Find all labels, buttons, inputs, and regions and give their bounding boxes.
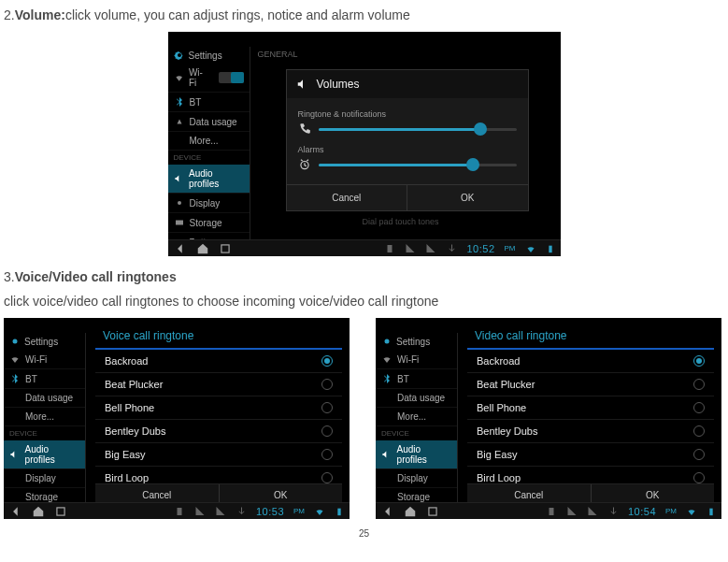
sidebar-item-data[interactable]: Data usage <box>168 112 250 132</box>
home-icon[interactable] <box>196 242 209 255</box>
svg-point-11 <box>13 339 18 344</box>
recent-icon[interactable] <box>219 242 232 255</box>
wifi-status-icon <box>314 506 325 517</box>
instruction-ringtones-desc: click voice/video call ringtones to choo… <box>4 294 724 309</box>
sidebar-item-audio[interactable]: Audio profiles <box>4 440 85 469</box>
back-icon[interactable] <box>381 505 394 518</box>
back-icon[interactable] <box>9 505 22 518</box>
audio-icon <box>174 173 185 184</box>
sidebar-item-bt[interactable]: BT <box>168 93 250 112</box>
video-ringtone-list[interactable]: Backroad Beat Plucker Bell Phone Bentley… <box>467 350 714 485</box>
clock-ampm: PM <box>665 507 677 515</box>
ringtone-item[interactable]: Big Easy <box>467 443 714 467</box>
radio-icon[interactable] <box>321 355 333 367</box>
ringtone-item[interactable]: Big Easy <box>95 443 342 467</box>
back-icon[interactable] <box>174 242 187 255</box>
clock-ampm: PM <box>505 244 516 252</box>
alarms-label: Alarms <box>298 145 517 154</box>
radio-icon[interactable] <box>693 472 705 483</box>
page-number: 25 <box>4 528 724 539</box>
sim-icon <box>546 506 557 517</box>
volumes-dialog: Volumes Ringtone & notifications Alarms <box>286 69 529 211</box>
sidebar-item-display[interactable]: Display <box>376 469 457 488</box>
volumes-cancel-button[interactable]: Cancel <box>287 185 407 210</box>
volumes-body: Ringtone & notifications Alarms <box>287 98 528 184</box>
sidebar-item-wifi[interactable]: Wi-Fi <box>168 64 250 93</box>
radio-icon[interactable] <box>693 402 705 413</box>
wifi-switch[interactable] <box>219 72 244 83</box>
ringtone-item[interactable]: Bird Loop <box>467 467 714 485</box>
sidebar-item-bt[interactable]: BT <box>4 369 85 389</box>
nav-bar: 10:53 PM <box>4 502 350 519</box>
volumes-dialog-title: Volumes <box>287 70 528 98</box>
sidebar-item-more[interactable]: More... <box>168 132 250 151</box>
sidebar-item-wifi[interactable]: Wi-Fi <box>376 350 457 369</box>
recent-icon[interactable] <box>426 505 439 518</box>
radio-icon[interactable] <box>321 472 333 483</box>
download-icon <box>236 506 247 517</box>
radio-icon[interactable] <box>693 449 705 460</box>
radio-icon[interactable] <box>693 379 705 390</box>
screenshot-voice-ringtone: Settings Wi-Fi BT Data usage More... DEV… <box>4 318 350 519</box>
ringtone-slider[interactable] <box>319 128 517 131</box>
wifi-status-icon <box>686 506 697 517</box>
video-ringtone-header: Video call ringtone <box>467 324 714 350</box>
svg-rect-10 <box>549 245 551 252</box>
sidebar-item-data[interactable]: Data usage <box>376 389 457 408</box>
ringtone-item[interactable]: Beat Plucker <box>95 373 342 396</box>
general-label: GENERAL <box>250 47 561 62</box>
radio-icon[interactable] <box>321 402 333 413</box>
item-number-2: 2. <box>4 7 15 22</box>
radio-icon[interactable] <box>693 425 705 437</box>
ringtone-screens: Settings Wi-Fi BT Data usage More... DEV… <box>4 318 724 519</box>
radio-icon[interactable] <box>693 355 705 367</box>
sidebar-item-audio[interactable]: Audio profiles <box>376 440 457 469</box>
svg-rect-1 <box>176 221 183 225</box>
settings-sidebar: Settings Wi-Fi BT Data usage More... DEV… <box>4 333 86 502</box>
ringtone-item[interactable]: Backroad <box>467 350 714 373</box>
display-label: Display <box>190 198 221 209</box>
clock: 10:54 <box>628 506 656 517</box>
home-icon[interactable] <box>404 505 417 518</box>
radio-icon[interactable] <box>321 449 333 460</box>
battery-status-icon <box>546 243 555 254</box>
volumes-ok-button[interactable]: OK <box>407 185 528 210</box>
sidebar-item-more[interactable]: More... <box>4 408 85 426</box>
wifi-icon <box>9 353 21 365</box>
ringtone-item[interactable]: Bentley Dubs <box>467 420 714 443</box>
sidebar-item-wifi[interactable]: Wi-Fi <box>4 350 85 369</box>
settings-sidebar: Settings Wi-Fi BT Data usage More... DEV… <box>168 47 250 239</box>
wifi-label: Wi-Fi <box>189 67 209 88</box>
sidebar-item-display[interactable]: Display <box>168 194 250 213</box>
sidebar-item-bt[interactable]: BT <box>376 369 457 389</box>
ringtone-item[interactable]: Backroad <box>95 350 342 373</box>
sim-icon <box>174 506 185 517</box>
sidebar-item-more[interactable]: More... <box>376 408 457 426</box>
voice-ringtone-list[interactable]: Backroad Beat Plucker Bell Phone Bentley… <box>95 350 342 485</box>
radio-icon[interactable] <box>321 379 333 390</box>
ringtone-item[interactable]: Bentley Dubs <box>95 420 342 443</box>
item-desc-2: click volume, you can adjust rings, noti… <box>65 7 410 22</box>
ringtone-item[interactable]: Bell Phone <box>467 396 714 420</box>
clock: 10:53 <box>256 506 284 517</box>
screenshot-video-ringtone: Settings Wi-Fi BT Data usage More... DEV… <box>376 318 721 519</box>
sidebar-item-audio[interactable]: Audio profiles <box>168 165 250 194</box>
svg-rect-12 <box>57 507 64 514</box>
recent-icon[interactable] <box>54 505 67 518</box>
wifi-status-icon <box>525 243 536 254</box>
audio-icon <box>9 449 21 460</box>
screenshot-volumes: Settings Wi-Fi BT Data usage More... DEV… <box>168 32 561 256</box>
ringtone-item[interactable]: Beat Plucker <box>467 373 714 396</box>
signal-a-icon <box>194 506 206 517</box>
settings-icon <box>9 336 21 347</box>
sidebar-item-data[interactable]: Data usage <box>4 389 85 408</box>
radio-icon[interactable] <box>321 425 333 437</box>
sidebar-item-storage[interactable]: Storage <box>168 213 250 233</box>
ringtone-item[interactable]: Bell Phone <box>95 396 342 420</box>
signal-b-icon <box>587 506 598 517</box>
ringtone-item[interactable]: Bird Loop <box>95 467 342 485</box>
svg-point-15 <box>385 339 390 344</box>
home-icon[interactable] <box>32 505 45 518</box>
sidebar-item-display[interactable]: Display <box>4 469 85 488</box>
alarm-slider[interactable] <box>319 164 517 166</box>
